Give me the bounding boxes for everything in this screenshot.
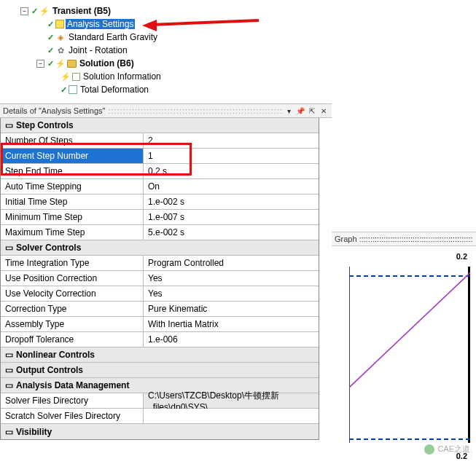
- row-number-of-steps[interactable]: Number Of Steps2: [1, 133, 319, 149]
- panel-title: Details of "Analysis Settings": [3, 106, 105, 115]
- tree-item-gravity[interactable]: ✓ ◈ Standard Earth Gravity: [20, 31, 476, 44]
- collapse-icon[interactable]: −: [20, 7, 28, 15]
- group-visibility[interactable]: ▭Visibility: [1, 424, 319, 439]
- collapse-icon[interactable]: ▭: [5, 243, 13, 253]
- check-icon: ✓: [47, 59, 54, 68]
- tree-label: Joint - Rotation: [67, 45, 129, 55]
- tree-label: Solution (B6): [78, 58, 136, 68]
- group-solver-controls[interactable]: ▭Solver Controls: [1, 240, 319, 256]
- tree-item-transient[interactable]: − ✓ ⚡ Transient (B5): [20, 4, 476, 17]
- tree-spacer: [36, 34, 44, 42]
- row-use-velocity-correction[interactable]: Use Velocity CorrectionYes: [1, 286, 319, 302]
- panel-dots: ::::::::::::::::::::::::::::::::::::::::…: [357, 235, 473, 243]
- row-auto-time-stepping[interactable]: Auto Time SteppingOn: [1, 179, 319, 194]
- gravity-icon: ◈: [55, 32, 66, 42]
- check-icon: ✓: [47, 46, 54, 55]
- group-step-controls[interactable]: ▭Step Controls: [1, 118, 319, 133]
- row-use-position-correction[interactable]: Use Position CorrectionYes: [1, 271, 319, 286]
- expand-icon[interactable]: ▭: [5, 427, 13, 437]
- row-assembly-type[interactable]: Assembly TypeWith Inertia Matrix: [1, 317, 319, 332]
- check-icon: ✓: [31, 7, 38, 16]
- expand-icon[interactable]: ▭: [5, 365, 13, 375]
- row-current-step-number[interactable]: Current Step Number1: [1, 149, 319, 164]
- group-nonlinear-controls[interactable]: ▭Nonlinear Controls: [1, 347, 319, 363]
- outline-tree: − ✓ ⚡ Transient (B5) ✓ Analysis Settings…: [0, 0, 476, 103]
- tree-label: Total Deformation: [79, 84, 150, 95]
- tree-spacer: [36, 20, 44, 28]
- details-grid: ▭Step Controls Number Of Steps2 Current …: [0, 118, 319, 440]
- tree-label: Solution Information: [82, 71, 163, 82]
- collapse-icon[interactable]: ▭: [5, 380, 13, 390]
- panel-pin-button[interactable]: 📌: [295, 106, 305, 116]
- expand-icon[interactable]: ▭: [5, 350, 13, 360]
- solution-icon: ⚡: [55, 58, 66, 68]
- watermark: CAE之道: [424, 444, 470, 455]
- details-panel-header: Details of "Analysis Settings" :::::::::…: [0, 103, 332, 118]
- row-maximum-time-step[interactable]: Maximum Time Step5.e-002 s: [1, 225, 319, 240]
- row-step-end-time[interactable]: Step End Time0.2 s: [1, 164, 319, 179]
- row-time-integration-type[interactable]: Time Integration TypeProgram Controlled: [1, 256, 319, 271]
- watermark-text: CAE之道: [437, 444, 470, 455]
- row-scratch-solver-files-directory[interactable]: Scratch Solver Files Directory: [1, 409, 319, 424]
- check-icon: ✓: [61, 85, 67, 95]
- info-icon: [72, 73, 80, 81]
- tree-label: Standard Earth Gravity: [67, 32, 159, 42]
- graph-top-label: 0.2: [456, 252, 467, 261]
- tree-spacer: [50, 73, 58, 81]
- graph-series: [349, 267, 470, 388]
- graph-gridline: [349, 439, 470, 440]
- tree-item-total-deformation[interactable]: ✓ Total Deformation: [20, 83, 476, 96]
- joint-icon: ✿: [55, 45, 66, 55]
- tree-label: Analysis Settings: [66, 19, 135, 29]
- panel-dots: ::::::::::::::::::::::::::::::::::::::::…: [105, 106, 284, 115]
- check-icon: ✓: [47, 20, 54, 29]
- graph-panel-header: Graph ::::::::::::::::::::::::::::::::::…: [332, 232, 476, 246]
- collapse-icon[interactable]: ▭: [5, 120, 13, 130]
- collapse-icon[interactable]: −: [36, 60, 44, 68]
- panel-dropdown-button[interactable]: ▾: [284, 106, 294, 116]
- row-dropoff-tolerance[interactable]: Dropoff Tolerance1.e-006: [1, 332, 319, 347]
- graph-plot-area[interactable]: 0.2 0.2: [332, 246, 476, 457]
- watermark-icon: [424, 444, 434, 455]
- tree-label: Transient (B5): [51, 6, 112, 16]
- tree-item-solution[interactable]: − ✓ ⚡ Solution (B6): [20, 57, 476, 70]
- row-minimum-time-step[interactable]: Minimum Time Step1.e-007 s: [1, 210, 319, 225]
- panel-close-button[interactable]: ✕: [319, 106, 329, 116]
- bolt-icon: ⚡: [61, 71, 71, 82]
- tree-spacer: [36, 47, 44, 55]
- row-solver-files-directory[interactable]: Solver Files DirectoryC:\Users\TZCB\Desk…: [1, 393, 319, 409]
- transient-icon: ⚡: [39, 6, 50, 16]
- row-correction-type[interactable]: Correction TypePure Kinematic: [1, 302, 319, 317]
- folder-icon: [67, 60, 77, 68]
- group-output-controls[interactable]: ▭Output Controls: [1, 363, 319, 378]
- svg-line-2: [349, 272, 470, 388]
- graph-panel: Graph ::::::::::::::::::::::::::::::::::…: [332, 232, 476, 457]
- row-initial-time-step[interactable]: Initial Time Step1.e-002 s: [1, 194, 319, 210]
- graph-title: Graph: [335, 235, 357, 243]
- check-icon: ✓: [47, 33, 54, 42]
- tree-item-analysis-settings[interactable]: ✓ Analysis Settings: [20, 17, 476, 31]
- tree-item-joint[interactable]: ✓ ✿ Joint - Rotation: [20, 44, 476, 57]
- panel-undock-button[interactable]: ⇱: [307, 106, 317, 116]
- tree-item-solution-info[interactable]: ⚡ Solution Information: [20, 70, 476, 83]
- tree-spacer: [50, 86, 58, 94]
- settings-icon: [55, 20, 64, 28]
- result-icon: [69, 85, 77, 94]
